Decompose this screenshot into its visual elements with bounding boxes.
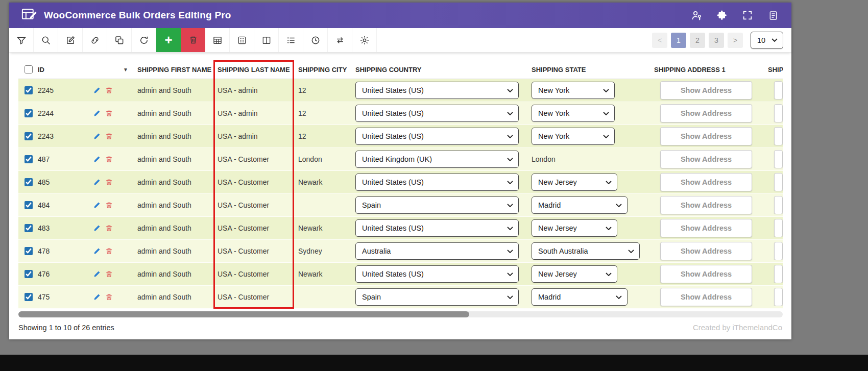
keypad-icon[interactable]: [230, 28, 254, 52]
header-shipping-first-name[interactable]: SHIPPING FIRST NAME: [133, 66, 213, 73]
duplicate-icon[interactable]: [107, 28, 132, 52]
shipping-country-select[interactable]: United States (US): [355, 82, 519, 99]
shipping-country-select[interactable]: United States (US): [355, 265, 519, 283]
row-checkbox[interactable]: [25, 201, 33, 209]
clipped-show-address-button[interactable]: [774, 288, 783, 306]
row-checkbox[interactable]: [25, 247, 33, 255]
shipping-state-select[interactable]: Madrid: [532, 196, 628, 214]
fullscreen-icon[interactable]: [741, 9, 754, 21]
delete-row-icon[interactable]: [105, 155, 113, 163]
edit-row-icon[interactable]: [93, 178, 101, 186]
show-address-button[interactable]: Show Address: [660, 196, 752, 214]
row-checkbox[interactable]: [25, 224, 33, 232]
header-shipping-country[interactable]: SHIPPING COUNTRY: [351, 66, 527, 73]
clipped-show-address-button[interactable]: [774, 173, 783, 191]
page-prev-button[interactable]: <: [652, 33, 667, 48]
show-address-button[interactable]: Show Address: [660, 219, 752, 237]
sort-desc-icon[interactable]: ▼: [123, 67, 128, 72]
header-shipping-state[interactable]: SHIPPING STATE: [527, 66, 650, 73]
shipping-state-select[interactable]: New York: [532, 128, 615, 145]
edit-row-icon[interactable]: [93, 247, 101, 255]
page-button-1[interactable]: 1: [671, 33, 686, 48]
page-size-select[interactable]: 10: [751, 32, 783, 49]
header-shipping-last-name[interactable]: SHIPPING LAST NAME: [213, 66, 294, 73]
show-address-button[interactable]: Show Address: [660, 104, 752, 122]
addons-puzzle-icon[interactable]: [716, 9, 728, 21]
delete-row-icon[interactable]: [105, 86, 113, 94]
shipping-state-select[interactable]: New Jersey: [532, 265, 617, 283]
edit-row-icon[interactable]: [93, 270, 101, 278]
shipping-state-select[interactable]: New Jersey: [532, 219, 617, 237]
table-view-icon[interactable]: [205, 28, 230, 52]
link-icon[interactable]: [83, 28, 107, 52]
delete-row-icon[interactable]: [105, 178, 113, 186]
shipping-country-select[interactable]: Spain: [355, 196, 519, 214]
list-icon[interactable]: [279, 28, 303, 52]
horizontal-scrollbar-thumb[interactable]: [18, 311, 469, 317]
search-icon[interactable]: [34, 28, 58, 52]
shipping-country-select[interactable]: Spain: [355, 288, 519, 306]
shipping-country-select[interactable]: Australia: [355, 242, 519, 260]
edit-row-icon[interactable]: [93, 109, 101, 117]
row-checkbox[interactable]: [25, 293, 33, 301]
delete-row-icon[interactable]: [105, 132, 113, 140]
show-address-button[interactable]: Show Address: [660, 81, 752, 100]
edit-row-icon[interactable]: [93, 224, 101, 232]
horizontal-scrollbar[interactable]: [18, 311, 783, 317]
row-checkbox[interactable]: [25, 178, 33, 186]
delete-row-icon[interactable]: [105, 201, 113, 209]
row-checkbox[interactable]: [25, 270, 33, 278]
add-new-button[interactable]: +: [156, 28, 181, 52]
settings-gear-icon[interactable]: [352, 28, 377, 52]
clipped-show-address-button[interactable]: [774, 81, 783, 100]
shipping-state-select[interactable]: Madrid: [532, 288, 628, 306]
show-address-button[interactable]: Show Address: [660, 242, 752, 260]
edit-row-icon[interactable]: [93, 201, 101, 209]
select-all-checkbox[interactable]: [25, 65, 33, 73]
edit-row-icon[interactable]: [93, 132, 101, 140]
delete-row-icon[interactable]: [105, 247, 113, 255]
shipping-state-select[interactable]: South Australia: [532, 242, 640, 260]
shipping-country-select[interactable]: United States (US): [355, 174, 519, 191]
shipping-country-select[interactable]: United Kingdom (UK): [355, 151, 519, 168]
edit-row-icon[interactable]: [93, 86, 101, 94]
row-checkbox[interactable]: [25, 155, 33, 163]
clipped-show-address-button[interactable]: [774, 219, 783, 237]
page-button-2[interactable]: 2: [690, 33, 705, 48]
delete-row-icon[interactable]: [105, 293, 113, 301]
delete-row-icon[interactable]: [105, 109, 113, 117]
show-address-button[interactable]: Show Address: [660, 173, 752, 191]
clipped-show-address-button[interactable]: [774, 127, 783, 145]
split-columns-icon[interactable]: [254, 28, 279, 52]
filter-icon[interactable]: [9, 28, 34, 52]
delete-row-icon[interactable]: [105, 270, 113, 278]
shipping-state-select[interactable]: New York: [532, 82, 615, 99]
delete-row-icon[interactable]: [105, 224, 113, 232]
header-shipping-address-1[interactable]: SHIPPING ADDRESS 1: [650, 66, 764, 73]
shipping-country-select[interactable]: United States (US): [355, 128, 519, 145]
shipping-state-select[interactable]: New York: [532, 105, 615, 122]
clipped-show-address-button[interactable]: [774, 104, 783, 122]
clipped-show-address-button[interactable]: [774, 265, 783, 283]
user-role-icon[interactable]: [690, 9, 703, 21]
history-icon[interactable]: [303, 28, 328, 52]
clipped-show-address-button[interactable]: [774, 196, 783, 214]
edit-row-icon[interactable]: [93, 155, 101, 163]
delete-selected-button[interactable]: [181, 28, 205, 52]
show-address-button[interactable]: Show Address: [660, 288, 752, 306]
header-shipping-city[interactable]: SHIPPING CITY: [294, 66, 351, 73]
header-clipped-column[interactable]: SHIPPI: [764, 66, 783, 73]
clipped-show-address-button[interactable]: [774, 150, 783, 168]
row-checkbox[interactable]: [25, 86, 33, 94]
show-address-button[interactable]: Show Address: [660, 127, 752, 145]
page-button-3[interactable]: 3: [709, 33, 724, 48]
transfer-icon[interactable]: [328, 28, 352, 52]
shipping-state-select[interactable]: New Jersey: [532, 174, 617, 191]
reload-icon[interactable]: [132, 28, 156, 52]
row-checkbox[interactable]: [25, 132, 33, 140]
clipped-show-address-button[interactable]: [774, 242, 783, 260]
documentation-icon[interactable]: [767, 9, 779, 21]
row-checkbox[interactable]: [25, 109, 33, 117]
edit-row-icon[interactable]: [93, 293, 101, 301]
show-address-button[interactable]: Show Address: [660, 265, 752, 283]
